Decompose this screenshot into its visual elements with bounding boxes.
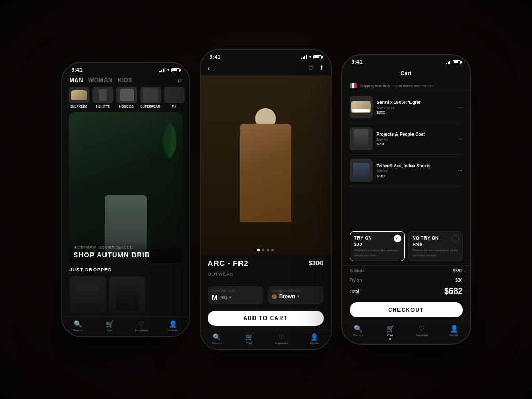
phone-cart: 9:41 Cart Shipping fr — [341, 54, 471, 345]
category-pants[interactable]: PA — [164, 87, 185, 108]
dot-4[interactable] — [271, 249, 274, 251]
try-on-label: Try on — [350, 277, 362, 283]
item-more-1[interactable]: ··· — [457, 103, 462, 111]
cart-item-2: Projects & People Coat Size M $230 ··· — [350, 123, 463, 155]
heart-nav-icon: ♡ — [138, 320, 144, 328]
category-sneakers[interactable]: SNEAKERS — [69, 87, 89, 108]
nav-favorites[interactable]: ♡ Favorites — [126, 320, 157, 332]
item-name-3: Teflon® Arc_Indux Shorts — [377, 163, 454, 168]
profile-nav-icon-2: 👤 — [310, 333, 318, 341]
color-chevron: ▾ — [297, 294, 299, 299]
just-dropped-products — [62, 274, 189, 317]
product-card-1[interactable] — [70, 276, 106, 313]
bottom-nav-2: 🔍 Search 🛒 Cart ♡ Favorites 👤 Profile — [201, 330, 331, 349]
back-button[interactable]: ‹ — [208, 64, 210, 72]
item-details-1: Ganni x 1906R 'Egret' Size EU 43 $255 — [377, 100, 454, 115]
add-to-cart-button[interactable]: ADD TO CART — [208, 311, 324, 326]
tab-man[interactable]: MAN — [70, 77, 84, 83]
total-label: Total — [350, 289, 360, 294]
item-details-3: Teflon® Arc_Indux Shorts Size M $167 — [377, 163, 454, 178]
item-name-2: Projects & People Coat — [377, 131, 454, 137]
grand-total-row: Total $682 — [350, 285, 463, 299]
hero-overlay: 海と空の境界が はるか彼方に近くにじむ SHOP AUTUMN DRIB — [69, 241, 183, 263]
no-try-on-check-icon — [452, 235, 459, 242]
cart-items-list: Ganni x 1906R 'Egret' Size EU 43 $255 ··… — [342, 91, 470, 227]
nav-profile-2[interactable]: 👤 Profile — [298, 333, 331, 345]
nav-search[interactable]: 🔍 Search — [62, 320, 94, 332]
favorite-icon[interactable]: ♡ — [308, 64, 314, 72]
delivery-options: ✓ TRY ON $30 Affected by factors like pa… — [342, 227, 470, 265]
cart-totals: Subtotal $652 Try on $30 Total $682 — [342, 265, 470, 302]
share-icon[interactable]: ⬆ — [319, 64, 324, 72]
subtotal-value: $652 — [453, 268, 463, 273]
battery-icon-1 — [171, 68, 180, 72]
color-label: CHOOSE COLOR — [272, 289, 320, 292]
product-title: ARC - FR2 — [208, 259, 249, 268]
shipping-banner: Shipping from Italy. Import duties are i… — [342, 81, 470, 91]
category-outerwear[interactable]: OUTERWEAR — [140, 87, 161, 108]
product-card-2[interactable] — [109, 276, 145, 313]
try-on-value: $30 — [455, 277, 462, 283]
search-nav-icon-3: 🔍 — [354, 325, 362, 332]
color-selector[interactable]: CHOOSE COLOR Brown ▾ — [268, 286, 324, 304]
hero-banner[interactable]: 海と空の境界が はるか彼方に近くにじむ SHOP AUTUMN DRIB — [69, 112, 183, 263]
checkout-button[interactable]: CHECKOUT — [350, 302, 463, 317]
try-on-row: Try on $30 — [350, 275, 463, 285]
product-category: Outwear — [208, 272, 234, 277]
delivery-no-try-on[interactable]: NO TRY ON Free Delivery is free, regardl… — [408, 231, 463, 261]
nav-cart-2[interactable]: 🛒 Cart — [233, 333, 265, 345]
color-swatch — [272, 294, 277, 299]
nav-search-3[interactable]: 🔍 Search — [342, 325, 375, 340]
just-dropped-label: JUST DROPPED — [62, 263, 189, 274]
status-time-3: 9:41 — [352, 59, 363, 65]
nav-profile[interactable]: 👤 Profile — [157, 320, 189, 332]
category-tabs: MAN WOMAN KIDS — [70, 77, 132, 83]
image-dots — [257, 249, 274, 251]
search-icon[interactable]: ⌕ — [178, 76, 182, 84]
item-more-2[interactable]: ··· — [457, 135, 462, 142]
size-value: M (48) ▾ — [212, 294, 260, 301]
status-icons-2: ▾ — [301, 55, 322, 59]
heart-nav-icon-2: ♡ — [278, 333, 285, 341]
shipping-text: Shipping from Italy. Import duties are i… — [360, 84, 434, 88]
try-on-check-icon: ✓ — [394, 235, 401, 242]
item-image-1 — [350, 96, 373, 118]
delivery-try-on[interactable]: ✓ TRY ON $30 Affected by factors like pa… — [350, 231, 405, 261]
product-categories: SNEAKERS T-SHIRTS HOODIES OUTERWEAR PA — [62, 87, 189, 112]
wifi-icon-2: ▾ — [309, 55, 311, 59]
cart-title: Cart — [400, 70, 411, 76]
battery-icon-3 — [453, 60, 461, 64]
product-price: $300 — [309, 259, 324, 267]
item-price-1: $255 — [377, 110, 454, 115]
category-tshirts[interactable]: T-SHIRTS — [92, 87, 113, 108]
dot-2[interactable] — [262, 249, 264, 251]
item-details-2: Projects & People Coat Size M $230 — [377, 131, 454, 147]
nav-profile-3[interactable]: 👤 Profile — [438, 325, 470, 340]
product-image — [201, 75, 331, 255]
size-selector[interactable]: CHOOSE SIZE M (48) ▾ — [208, 286, 264, 304]
bottom-nav-3: 🔍 Search 🛒 Cart ♡ Favorites 👤 Profile — [342, 322, 470, 344]
item-price-3: $167 — [377, 174, 454, 178]
tab-woman[interactable]: WOMAN — [88, 77, 113, 83]
nav-cart[interactable]: 🛒 Cart — [94, 320, 126, 332]
category-hoodies[interactable]: HOODIES — [116, 87, 137, 108]
nav-cart-3[interactable]: 🛒 Cart — [374, 325, 406, 340]
item-image-2 — [350, 127, 373, 150]
status-bar-1: 9:41 ▾ — [62, 63, 189, 75]
cart-header: Cart — [342, 67, 470, 81]
nav-tabs: MAN WOMAN KIDS ⌕ — [62, 75, 189, 87]
product-header: ‹ ♡ ⬆ — [201, 62, 331, 75]
cart-nav-icon-3: 🛒 — [386, 325, 394, 332]
dot-1[interactable] — [257, 249, 260, 251]
size-chevron: ▾ — [229, 295, 231, 300]
dot-3[interactable] — [267, 249, 269, 251]
item-more-3[interactable]: ··· — [457, 167, 462, 174]
profile-nav-icon-3: 👤 — [450, 325, 458, 332]
tab-kids[interactable]: KIDS — [118, 77, 132, 83]
nav-search-2[interactable]: 🔍 Search — [201, 333, 233, 345]
nav-favorites-3[interactable]: ♡ Favorites — [406, 325, 438, 340]
heart-nav-icon-3: ♡ — [419, 325, 425, 332]
product-actions: ♡ ⬆ — [308, 64, 324, 72]
nav-favorites-2[interactable]: ♡ Favorites — [265, 333, 298, 345]
cart-nav-icon: 🛒 — [105, 320, 114, 328]
